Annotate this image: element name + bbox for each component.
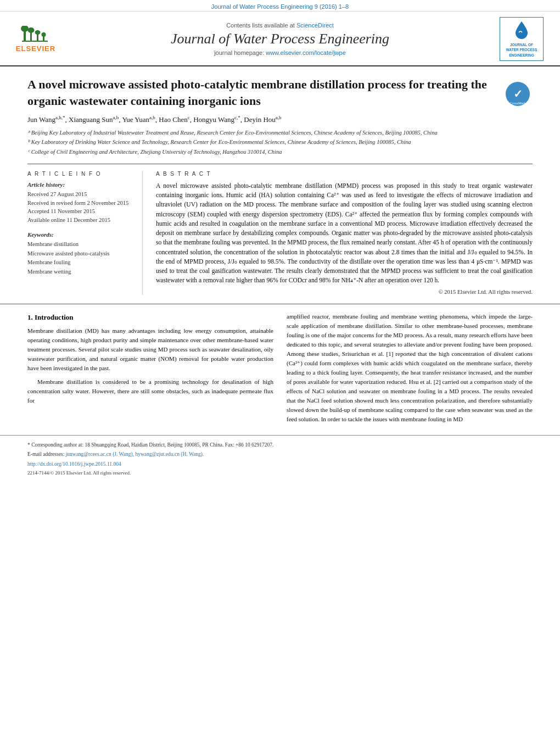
elsevier-logo: ELSEVIER <box>11 24 60 54</box>
article-info-column: A R T I C L E I N F O Article history: R… <box>27 171 143 295</box>
issn-line: 2214-7144/© 2015 Elsevier Ltd. All right… <box>27 470 533 477</box>
authors-line: Jun Wanga,b,*, Xianguang Suna,b, Yue Yua… <box>27 114 533 125</box>
contents-text: Contents lists available at <box>226 22 295 29</box>
contents-line: Contents lists available at ScienceDirec… <box>60 22 500 29</box>
available-date: Available online 11 December 2015 <box>27 216 133 225</box>
intro-para1: Membrane distillation (MD) has many adva… <box>27 326 273 373</box>
footnote-section: * Corresponding author at: 18 Shuangqing… <box>0 435 560 482</box>
kw1: Membrane distillation <box>27 240 133 249</box>
email-line: E-mail addresses: junwang@rcees.ac.cn (J… <box>27 450 533 458</box>
article-info-label: A R T I C L E I N F O <box>27 171 133 177</box>
journal-logo-right: JOURNAL OFWATER PROCESSENGINEERING <box>500 17 544 61</box>
affil-a: ᵃ Beijing Key Laboratory of Industrial W… <box>27 129 533 137</box>
svg-text:CrossMark: CrossMark <box>509 102 526 105</box>
svg-point-7 <box>42 32 46 37</box>
logo-label: JOURNAL OFWATER PROCESSENGINEERING <box>506 42 537 57</box>
article-history-block: Article history: Received 27 August 2015… <box>27 181 133 225</box>
journal-main-title: Journal of Water Process Engineering <box>60 31 500 47</box>
intro-right-para1: amplified reactor, membrane fouling and … <box>287 312 533 425</box>
revised-date: Received in revised form 2 November 2015 <box>27 199 133 208</box>
article-title: A novel microwave assisted photo-catalyt… <box>27 76 491 109</box>
intro-heading: 1. Introduction <box>27 312 273 323</box>
journal-header: ELSEVIER Contents lists available at Sci… <box>0 12 560 66</box>
svg-text:✓: ✓ <box>513 88 522 100</box>
body-col-right: amplified reactor, membrane fouling and … <box>287 312 533 429</box>
water-drop-icon <box>513 20 530 40</box>
abstract-label: A B S T R A C T <box>156 171 533 177</box>
received-date: Received 27 August 2015 <box>27 190 133 199</box>
homepage-text: journal homepage: <box>214 49 264 56</box>
doi-link[interactable]: http://dx.doi.org/10.1016/j.jwpe.2015.11… <box>27 461 121 467</box>
abstract-copyright: © 2015 Elsevier Ltd. All rights reserved… <box>156 289 533 295</box>
sciencedirect-link[interactable]: ScienceDirect <box>296 22 334 29</box>
article-section: A novel microwave assisted photo-catalyt… <box>0 66 560 295</box>
svg-point-3 <box>28 27 35 33</box>
body-two-col: 1. Introduction Membrane distillation (M… <box>27 312 533 429</box>
abstract-column: A B S T R A C T A novel microwave assist… <box>156 171 533 295</box>
article-info-abstract: A R T I C L E I N F O Article history: R… <box>27 164 533 295</box>
corresponding-author: * Corresponding author at: 18 Shuangqing… <box>27 441 533 449</box>
affil-b: ᵇ Key Laboratory of Drinking Water Scien… <box>27 138 533 146</box>
keywords-label: Keywords: <box>27 231 133 238</box>
elsevier-label: ELSEVIER <box>16 44 55 53</box>
kw2: Microwave assisted photo-catalysis <box>27 249 133 259</box>
crossmark-badge: ✓ CrossMark <box>502 79 533 109</box>
affil-c: ᶜ College of Civil Engineering and Archi… <box>27 148 533 156</box>
article-title-row: A novel microwave assisted photo-catalyt… <box>27 76 533 109</box>
elsevier-tree-icon <box>19 26 52 43</box>
email-links[interactable]: junwang@rcees.ac.cn (J. Wang), hywang@zj… <box>66 451 204 457</box>
abstract-text: A novel microwave assisted photo-catalyt… <box>156 181 533 286</box>
kw4: Membrane wetting <box>27 267 133 277</box>
journal-title-center: Contents lists available at ScienceDirec… <box>60 22 500 56</box>
affiliations: ᵃ Beijing Key Laboratory of Industrial W… <box>27 129 533 156</box>
email-label: E-mail addresses: <box>27 451 64 457</box>
history-label: Article history: <box>27 181 133 188</box>
homepage-line: journal homepage: www.elsevier.com/locat… <box>60 49 500 56</box>
keywords-block: Keywords: Membrane distillation Microwav… <box>27 231 133 277</box>
kw3: Membrane fouling <box>27 258 133 267</box>
doi-line: http://dx.doi.org/10.1016/j.jwpe.2015.11… <box>27 460 533 468</box>
accepted-date: Accepted 11 November 2015 <box>27 207 133 216</box>
crossmark-icon: ✓ CrossMark <box>504 80 531 108</box>
journal-reference-text: Journal of Water Process Engineering 9 (… <box>211 3 349 10</box>
body-col-left: 1. Introduction Membrane distillation (M… <box>27 312 273 429</box>
homepage-link[interactable]: www.elsevier.com/locate/jwpe <box>266 49 346 56</box>
body-section: 1. Introduction Membrane distillation (M… <box>0 304 560 429</box>
journal-reference-bar: Journal of Water Process Engineering 9 (… <box>0 0 560 12</box>
svg-point-1 <box>21 26 29 32</box>
intro-para2: Membrane distillation is considered to b… <box>27 377 273 405</box>
svg-point-5 <box>35 30 41 35</box>
